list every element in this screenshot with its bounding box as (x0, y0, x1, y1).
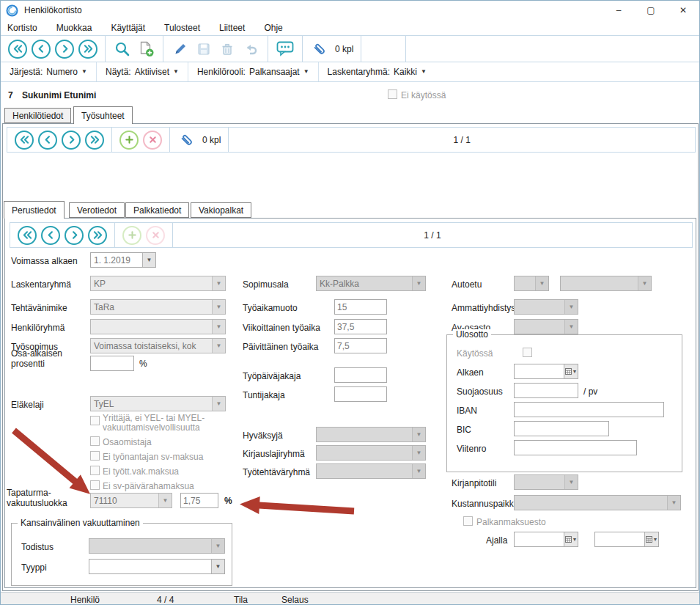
cross-icon (151, 230, 161, 240)
add-employment-button[interactable] (119, 131, 139, 150)
tehtavanimike-select[interactable]: TaRa ▼ (90, 299, 226, 315)
filter-jarjesta[interactable]: Järjestä: Numero ▼ (1, 67, 96, 77)
chevrons-right-icon (93, 230, 103, 240)
first-record-button[interactable] (8, 40, 27, 59)
chevron-left-icon (37, 44, 46, 54)
tab-palkkatiedot[interactable]: Palkkatiedot (125, 202, 189, 218)
henkiloryhma-select[interactable]: ▼ (90, 319, 226, 334)
calendar-icon[interactable]: ▼ (644, 532, 658, 546)
tuntijakaja-input[interactable] (334, 386, 387, 402)
menu-ohje[interactable]: Ohje (264, 23, 282, 33)
menu-kayttajat[interactable]: Käyttäjät (111, 23, 145, 33)
palkanmaksuesto-checkbox[interactable] (463, 516, 473, 526)
iban-input[interactable] (514, 402, 664, 417)
hyvaksyja-select[interactable]: ▼ (316, 427, 426, 442)
filter-laskentaryhma[interactable]: Laskentaryhmä: Kaikki ▼ (319, 67, 435, 77)
edit-button[interactable] (171, 40, 190, 59)
ei-sv-paivaraha-checkbox[interactable] (90, 480, 100, 490)
viikoittainen-input[interactable] (334, 319, 387, 334)
tab-henkilotiedot[interactable]: Henkilötiedot (4, 108, 71, 123)
ay-osasto-select[interactable]: ▼ (514, 319, 578, 334)
todistus-select[interactable]: ▼ (89, 538, 225, 554)
tyopaivajakaja-input[interactable] (334, 367, 387, 383)
previous-row-button[interactable] (41, 226, 60, 245)
paivittainen-input[interactable] (334, 338, 387, 353)
laskentaryhma-select[interactable]: KP ▼ (90, 276, 226, 291)
attachments-button[interactable] (310, 40, 329, 59)
first-employment-button[interactable] (15, 131, 34, 150)
undo-button[interactable] (241, 40, 260, 59)
tab-vakiopalkat[interactable]: Vakiopalkat (191, 202, 251, 218)
not-in-use-checkbox[interactable] (388, 89, 397, 99)
menu-liitteet[interactable]: Liitteet (219, 23, 245, 33)
previous-employment-button[interactable] (38, 131, 57, 150)
close-button[interactable]: ✕ (667, 1, 699, 20)
previous-record-button[interactable] (32, 40, 51, 59)
tyotehtavaryhma-select[interactable]: ▼ (316, 463, 426, 479)
kaytossa-checkbox[interactable] (523, 348, 532, 357)
ei-tyott-vak-checkbox[interactable] (90, 466, 100, 475)
kirjauslajiryhma-select[interactable]: ▼ (316, 445, 426, 461)
ammattiyhdistys-select[interactable]: ▼ (514, 299, 578, 315)
sopimusala-select[interactable]: Kk-Palkka ▼ (316, 276, 426, 291)
next-employment-button[interactable] (62, 131, 81, 150)
first-row-button[interactable] (18, 226, 37, 245)
comment-button[interactable] (276, 40, 295, 59)
voimassa-alkaen-select[interactable]: 1. 1.2019 ▼ (90, 252, 156, 268)
tyosopimus-select[interactable]: Voimassa toistaiseksi, kok ▼ (90, 338, 226, 353)
next-row-button[interactable] (65, 226, 84, 245)
chevron-down-icon: ▼ (158, 494, 172, 507)
ei-tyonantajan-sv-label: Ei työnantajan sv-maksua (103, 452, 203, 462)
employment-attachments-button[interactable] (177, 131, 196, 150)
kirjauslajiryhma-label: Kirjauslajiryhmä (243, 449, 305, 459)
ajalla-end-datefield[interactable]: ▼ (594, 532, 659, 547)
viitenro-input[interactable] (514, 440, 637, 455)
delete-button[interactable] (218, 40, 237, 59)
next-record-button[interactable] (55, 40, 74, 59)
autoetu-value-select[interactable]: ▼ (560, 276, 652, 291)
save-button[interactable] (194, 40, 213, 59)
last-employment-button[interactable] (85, 131, 104, 150)
filter-henkilorooli[interactable]: Henkilörooli: Palkansaajat ▼ (188, 67, 318, 77)
kustannuspaikka-label: Kustannuspaikka (452, 499, 518, 509)
calendar-icon[interactable]: ▼ (564, 532, 578, 546)
osa-aikaisen-input[interactable] (90, 356, 134, 371)
chevron-down-icon: ▼ (564, 475, 578, 489)
new-record-button[interactable] (136, 40, 155, 59)
add-row-button[interactable] (122, 226, 141, 245)
suojaosuus-input[interactable] (514, 383, 578, 398)
bic-input[interactable] (514, 421, 609, 436)
search-button[interactable] (113, 40, 132, 59)
kirjanpitotili-select[interactable]: ▼ (514, 474, 578, 490)
filter-nayta[interactable]: Näytä: Aktiiviset ▼ (97, 67, 188, 77)
last-row-button[interactable] (88, 226, 107, 245)
cancel-employment-button[interactable] (143, 131, 162, 150)
osaomistaja-label: Osaomistaja (103, 437, 152, 447)
menu-tulosteet[interactable]: Tulosteet (164, 23, 200, 33)
tyoaikamuoto-input[interactable] (334, 299, 387, 315)
yrittaja-checkbox[interactable] (90, 416, 100, 425)
kustannuspaikka-select[interactable]: ▼ (514, 495, 681, 510)
osaomistaja-checkbox[interactable] (90, 436, 100, 446)
minimize-button[interactable]: – (603, 1, 635, 20)
calendar-icon[interactable]: ▼ (564, 364, 578, 378)
tapaturma-prosentti-input[interactable] (180, 493, 218, 508)
last-record-button[interactable] (78, 40, 97, 59)
menu-kortisto[interactable]: Kortisto (7, 23, 37, 33)
menu-muokkaa[interactable]: Muokkaa (56, 23, 92, 33)
ajalla-start-datefield[interactable]: ▼ (514, 532, 578, 547)
tab-verotiedot[interactable]: Verotiedot (69, 202, 125, 218)
bic-label: BIC (457, 425, 471, 435)
tyyppi-select[interactable]: ▼ (89, 559, 225, 574)
elakelaji-select[interactable]: TyEL ▼ (90, 396, 226, 411)
cancel-row-button[interactable] (146, 226, 165, 245)
henkiloryhma-label: Henkilöryhmä (11, 323, 65, 333)
ei-tyonantajan-sv-checkbox[interactable] (90, 451, 100, 461)
chevron-down-icon: ▼ (564, 320, 578, 334)
tapaturma-luokka-select[interactable]: 71110 ▼ (90, 493, 172, 508)
alkaen-datefield[interactable]: ▼ (514, 364, 578, 379)
tab-tyosuhteet[interactable]: Työsuhteet (73, 106, 133, 124)
maximize-button[interactable]: ▢ (635, 1, 667, 20)
autoetu-type-select[interactable]: ▼ (514, 276, 549, 291)
tab-perustiedot[interactable]: Perustiedot (4, 201, 65, 219)
